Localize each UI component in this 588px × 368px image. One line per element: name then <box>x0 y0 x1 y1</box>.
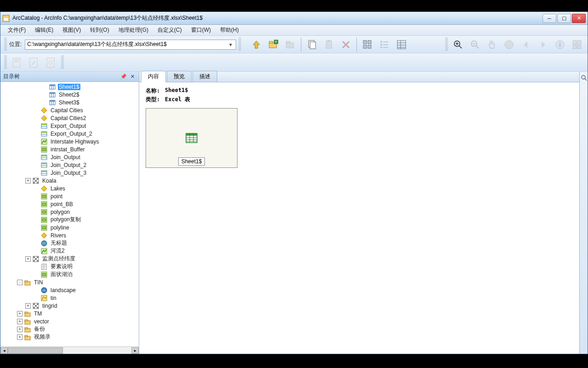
menu-view[interactable]: 视图(V) <box>58 25 85 35</box>
svg-rect-82 <box>35 180 37 182</box>
dbf-icon <box>40 154 48 161</box>
svg-rect-43 <box>14 61 19 62</box>
location-value: C:\wangxinghan\data\temp\13个站点经纬度.xlsx\S… <box>27 40 166 48</box>
zoom-in-button[interactable] <box>450 37 466 52</box>
tree-node[interactable]: Lakes <box>0 184 139 192</box>
menu-file[interactable]: 文件(F) <box>3 25 30 35</box>
poly-shp-icon <box>40 201 48 208</box>
tree-node[interactable]: point <box>0 192 139 200</box>
svg-rect-14 <box>363 45 367 48</box>
tree-node[interactable]: polygon复制 <box>0 216 139 224</box>
tree-node[interactable]: point_BB <box>0 200 139 208</box>
up-one-level-button[interactable] <box>249 37 264 52</box>
tree-node[interactable]: polygon <box>0 208 139 216</box>
scroll-left-icon[interactable]: ◂ <box>0 347 8 354</box>
thumbnail-label: Sheet1$ <box>178 157 205 166</box>
tree-node[interactable]: 要素说明 <box>0 263 139 270</box>
expand-icon[interactable]: + <box>25 256 31 262</box>
toolbar-grip[interactable] <box>445 38 448 52</box>
tree-node[interactable]: Join_Output_2 <box>0 161 139 169</box>
tree-node[interactable]: -TIN <box>0 278 139 286</box>
tab-content[interactable]: 内容 <box>141 71 166 82</box>
tree-node[interactable]: 无标题 <box>0 239 139 247</box>
toolbar-secondary <box>0 53 588 72</box>
point-shp-icon <box>40 232 48 239</box>
svg-rect-103 <box>33 260 35 262</box>
tree-node[interactable]: Export_Output_2 <box>0 130 139 138</box>
point-shp-icon <box>40 107 48 114</box>
search-dock-icon[interactable] <box>581 75 587 81</box>
menu-window[interactable]: 窗口(W) <box>187 25 215 35</box>
tree-node-label: vector <box>33 318 50 325</box>
menu-edit[interactable]: 编辑(E) <box>30 25 58 35</box>
details-button[interactable] <box>394 37 409 52</box>
menu-help[interactable]: 帮助(H) <box>215 25 243 35</box>
metadata-button-2 <box>26 55 42 70</box>
expand-icon[interactable]: + <box>17 327 23 332</box>
tree-node[interactable]: tin <box>0 294 139 302</box>
connect-folder-button[interactable]: + <box>266 37 281 52</box>
right-dock[interactable] <box>579 72 588 354</box>
location-combobox[interactable]: C:\wangxinghan\data\temp\13个站点经纬度.xlsx\S… <box>25 40 236 50</box>
copy-button[interactable] <box>304 37 320 52</box>
menu-geoprocessing[interactable]: 地理处理(G) <box>114 25 153 35</box>
poly-shp-icon <box>40 208 48 216</box>
menu-customize[interactable]: 自定义(C) <box>153 25 187 35</box>
tree-node[interactable]: +备份 <box>0 325 139 333</box>
tree-node[interactable]: Interstate Highways <box>0 138 139 145</box>
tree-node[interactable]: Join_Output_3 <box>0 169 139 177</box>
scroll-right-icon[interactable]: ▸ <box>131 347 139 354</box>
large-icons-button[interactable] <box>360 37 375 52</box>
toolbar-grip[interactable] <box>238 38 241 52</box>
minimize-button[interactable]: ─ <box>543 14 556 23</box>
tree-node[interactable]: 河流2 <box>0 247 139 255</box>
toolbar-grip[interactable] <box>4 56 7 69</box>
tree-node-label: 面状湖泊 <box>50 270 74 278</box>
tree-node[interactable]: +监测点经纬度 <box>0 255 139 263</box>
tree-node[interactable]: Sheet3$ <box>0 98 139 106</box>
tree-node[interactable]: +Koala <box>0 177 139 184</box>
tree-node[interactable]: Join_Output <box>0 153 139 161</box>
catalog-tree-scroll[interactable]: Sheet1$Sheet2$Sheet3$Capital CitiesCapit… <box>0 82 139 346</box>
point-shp-icon <box>40 115 48 122</box>
collapse-icon[interactable]: - <box>17 280 23 285</box>
svg-rect-83 <box>33 182 35 184</box>
tree-node-label: 备份 <box>33 325 46 333</box>
menu-goto[interactable]: 转到(O) <box>85 25 113 35</box>
pin-icon[interactable]: 📌 <box>120 73 127 80</box>
tree-node[interactable]: 面状湖泊 <box>0 270 139 278</box>
tree-node[interactable]: +视频录 <box>0 333 139 341</box>
list-button[interactable] <box>377 37 392 52</box>
tree-horizontal-scrollbar[interactable]: ◂ ▸ <box>0 346 139 354</box>
scroll-thumb[interactable] <box>8 347 63 354</box>
tree-node[interactable]: Sheet2$ <box>0 91 139 98</box>
item-thumbnail[interactable]: Sheet1$ <box>146 108 237 168</box>
expand-icon[interactable]: + <box>17 334 23 340</box>
scroll-track[interactable] <box>8 347 131 354</box>
expand-icon[interactable]: + <box>25 303 31 309</box>
tree-node[interactable]: intrstat_Buffer <box>0 145 139 153</box>
dbf-icon <box>40 122 48 130</box>
location-dropdown-icon[interactable]: ▾ <box>227 41 234 48</box>
toolbar-grip[interactable] <box>4 38 7 52</box>
close-button[interactable]: ✕ <box>572 14 586 23</box>
tree-node[interactable]: polyline <box>0 224 139 231</box>
tree-node[interactable]: +vector <box>0 317 139 325</box>
tree-node[interactable]: landscape <box>0 286 139 294</box>
expand-icon[interactable]: + <box>25 178 31 184</box>
tree-node[interactable]: +tingrid <box>0 302 139 310</box>
expand-icon[interactable]: + <box>17 319 23 324</box>
expand-icon[interactable]: + <box>17 311 23 316</box>
svg-rect-7 <box>286 41 290 43</box>
tree-node[interactable]: +TM <box>0 310 139 317</box>
tree-node[interactable]: Capital Cities2 <box>0 114 139 122</box>
maximize-button[interactable]: ▢ <box>557 14 571 23</box>
toolbar-grip[interactable] <box>61 56 64 69</box>
tab-preview[interactable]: 预览 <box>167 71 192 82</box>
tab-description[interactable]: 描述 <box>192 71 217 82</box>
tree-node[interactable]: Export_Output <box>0 122 139 130</box>
close-panel-icon[interactable]: ✕ <box>129 73 136 80</box>
tree-node[interactable]: Rivers <box>0 231 139 239</box>
tree-node[interactable]: Capital Cities <box>0 106 139 114</box>
tree-node[interactable]: Sheet1$ <box>0 83 139 91</box>
